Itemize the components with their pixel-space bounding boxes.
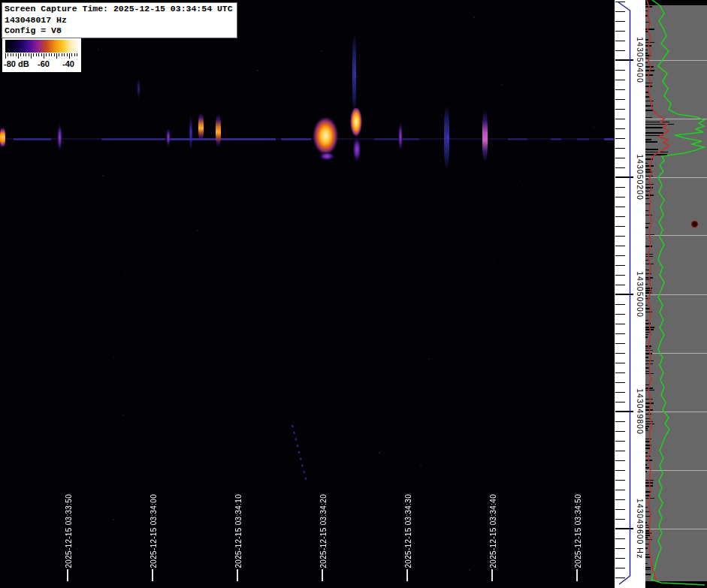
- spectrum-side-panel[interactable]: [645, 0, 707, 588]
- freq-minor-tick: [615, 255, 625, 256]
- time-tick: [237, 569, 238, 581]
- panel-noise-bar: [645, 485, 653, 487]
- freq-minor-tick: [615, 41, 625, 41]
- panel-noise-bar: [645, 569, 651, 570]
- noise-speck: [321, 50, 322, 52]
- panel-noise-bar: [645, 367, 650, 369]
- noise-speck: [323, 176, 324, 176]
- time-label: 2025-12-15 03:34:20: [319, 494, 328, 568]
- panel-noise-bar: [645, 74, 653, 76]
- noise-speck: [8, 381, 8, 381]
- color-gradient-bar: [5, 40, 79, 53]
- panel-noise-bar: [645, 312, 652, 312]
- noise-speck: [83, 583, 83, 583]
- panel-noise-bar: [645, 15, 648, 17]
- freq-label: 143049600 Hz: [636, 499, 645, 559]
- panel-noise-bar: [645, 194, 654, 196]
- noise-speck: [369, 377, 370, 378]
- color-scale-tick: [44, 53, 44, 59]
- db-label-min: -80 dB: [4, 59, 29, 68]
- noise-speck: [421, 216, 421, 217]
- panel-noise-bar: [645, 204, 651, 204]
- panel-noise-bar: [645, 288, 652, 289]
- panel-noise-bar: [645, 320, 648, 321]
- panel-noise-bar: [645, 537, 648, 538]
- noise-speck: [409, 267, 410, 268]
- meteor-echo: [166, 128, 171, 147]
- freq-minor-tick: [615, 236, 625, 237]
- meteor-echo: [352, 137, 361, 162]
- freq-major-tick: [615, 411, 633, 412]
- time-tick: [491, 569, 493, 581]
- freq-minor-tick: [615, 2, 625, 2]
- panel-noise-bar: [645, 348, 651, 348]
- freq-minor-tick: [615, 138, 625, 139]
- freq-minor-tick: [615, 197, 625, 198]
- panel-noise-bar: [645, 279, 651, 280]
- noise-speck: [600, 72, 601, 73]
- noise-speck: [288, 241, 289, 242]
- panel-noise-bar: [645, 260, 648, 261]
- panel-noise-bar: [645, 539, 652, 540]
- freq-minor-tick: [615, 490, 625, 490]
- freq-minor-tick: [615, 343, 625, 344]
- panel-noise-bar: [645, 460, 652, 461]
- noise-speck: [501, 84, 503, 86]
- noise-speck: [478, 455, 479, 456]
- freq-minor-tick: [615, 558, 625, 559]
- noise-speck: [543, 217, 544, 218]
- db-label-max: -40: [62, 59, 74, 68]
- panel-noise-bar: [645, 158, 653, 160]
- color-scale-tick: [36, 53, 37, 56]
- freq-minor-tick: [615, 80, 625, 80]
- freq-minor-tick: [615, 226, 625, 227]
- panel-gridline: [645, 529, 707, 529]
- noise-speck: [28, 384, 29, 385]
- panel-gridline: [645, 353, 707, 354]
- panel-noise-bar: [645, 86, 652, 87]
- color-scale-tick: [69, 53, 70, 59]
- noise-speck: [277, 511, 278, 511]
- noise-speck: [489, 213, 490, 213]
- panel-noise-bar: [645, 62, 648, 63]
- panel-noise-bar: [645, 122, 669, 122]
- panel-noise-bar: [645, 334, 648, 335]
- panel-noise-bar: [645, 246, 652, 247]
- freq-label: 143049800: [636, 388, 645, 435]
- panel-noise-bar: [645, 567, 651, 568]
- panel-noise-bar: [645, 439, 651, 439]
- noise-speck: [124, 274, 125, 276]
- panel-gridline: [645, 177, 707, 178]
- panel-noise-bar: [645, 163, 648, 164]
- meteor-echo: [137, 78, 140, 99]
- panel-noise-bar: [645, 399, 653, 400]
- panel-noise-bar: [645, 426, 649, 427]
- freq-minor-tick: [615, 353, 625, 354]
- freq-minor-tick: [615, 441, 625, 442]
- capture-info-box: Screen Capture Time: 2025-12-15 03:34:54…: [2, 2, 237, 38]
- color-scale-tick: [67, 53, 68, 56]
- carrier-line-segment: [374, 138, 419, 140]
- panel-noise-bar: [645, 139, 651, 140]
- waterfall-display[interactable]: 2025-12-15 03:33:502025-12-15 03:34:0020…: [0, 0, 615, 588]
- noise-speck: [257, 189, 258, 190]
- freq-minor-tick: [615, 207, 625, 207]
- freq-minor-tick: [615, 167, 625, 168]
- panel-noise-bar: [645, 360, 654, 361]
- panel-noise-bar: [645, 92, 649, 93]
- freq-minor-tick: [615, 499, 625, 500]
- panel-noise-bar: [645, 295, 647, 297]
- color-scale-tick: [13, 53, 14, 56]
- panel-noise-bar: [645, 110, 654, 111]
- freq-minor-tick: [615, 421, 625, 422]
- color-scale-tick: [20, 53, 21, 56]
- freq-minor-tick: [615, 402, 625, 403]
- time-tick: [322, 569, 323, 581]
- noise-speck: [403, 133, 404, 134]
- panel-noise-bar: [645, 406, 650, 408]
- noise-speck: [355, 213, 355, 214]
- panel-noise-bar: [645, 430, 648, 431]
- panel-noise-bar: [645, 471, 647, 472]
- panel-noise-bar: [645, 452, 648, 454]
- panel-noise-bar: [645, 141, 657, 143]
